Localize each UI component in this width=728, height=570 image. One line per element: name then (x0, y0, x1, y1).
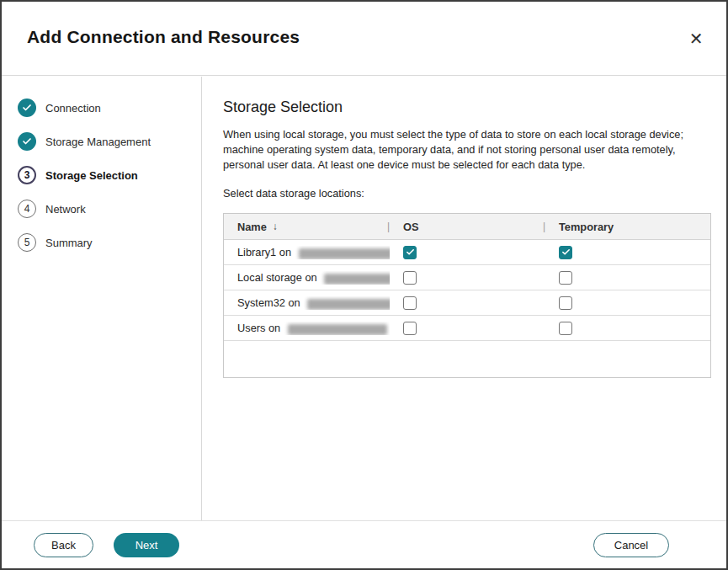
check-icon (18, 99, 36, 117)
sidebar-item-network[interactable]: 4 Network (2, 200, 201, 218)
step-indicator: 3 (18, 166, 36, 184)
storage-name-text: Library1 on (237, 246, 295, 258)
storage-name-text: Local storage on (237, 271, 320, 284)
back-button[interactable]: Back (34, 533, 93, 557)
step-label: Summary (45, 237, 93, 249)
description-text: When using local storage, you must selec… (223, 127, 713, 173)
os-cell (390, 271, 545, 285)
step-label: Network (45, 203, 86, 216)
temporary-checkbox[interactable] (559, 322, 572, 335)
main-content: Storage Selection When using local stora… (203, 77, 726, 520)
table-row: Library1 on . (224, 240, 710, 265)
temporary-checkbox[interactable] (559, 271, 572, 285)
step-label: Storage Management (45, 136, 151, 148)
close-icon[interactable]: ✕ (684, 27, 708, 51)
sidebar-item-storage-selection[interactable]: 3 Storage Selection (2, 166, 201, 184)
sidebar-item-connection[interactable]: Connection (2, 99, 201, 117)
os-checkbox[interactable] (403, 246, 417, 259)
storage-name-text: Users on (237, 322, 284, 334)
os-cell (390, 246, 545, 259)
temporary-checkbox[interactable] (559, 246, 572, 259)
cancel-button[interactable]: Cancel (593, 533, 669, 557)
os-header-label: OS (403, 221, 419, 233)
os-cell (390, 322, 545, 335)
temporary-cell (545, 246, 710, 259)
temporary-checkbox[interactable] (559, 296, 572, 310)
storage-name: Local storage on (224, 271, 390, 284)
storage-table: Name ↓ | OS | Temporary Library1 on . (223, 213, 711, 378)
temporary-cell (545, 271, 710, 285)
next-button[interactable]: Next (114, 533, 179, 557)
redacted-text (307, 299, 390, 310)
storage-name: Users on . (224, 322, 390, 334)
step-indicator: 5 (18, 233, 36, 252)
select-locations-label: Select data storage locations: (223, 187, 708, 200)
wizard-steps: Connection Storage Management 3 Storage … (2, 77, 202, 520)
temporary-cell (545, 322, 710, 335)
temporary-header-label: Temporary (559, 221, 614, 233)
pipe-separator: | (387, 221, 390, 232)
os-checkbox[interactable] (403, 271, 417, 285)
storage-name: Library1 on . (224, 246, 390, 258)
os-checkbox[interactable] (403, 322, 417, 335)
add-connection-resources-dialog: Add Connection and Resources ✕ Connectio… (0, 0, 728, 570)
table-body: Library1 on . Local storage on System32 … (224, 240, 710, 341)
dialog-header: Add Connection and Resources ✕ (2, 2, 726, 76)
redacted-text (299, 248, 390, 259)
storage-name-text: System32 on (237, 296, 303, 309)
step-label: Storage Selection (45, 169, 138, 182)
pipe-separator: | (543, 221, 545, 232)
name-header-label: Name (237, 221, 267, 233)
storage-name: System32 on (224, 296, 390, 309)
sidebar-item-storage-management[interactable]: Storage Management (2, 132, 201, 151)
redacted-text (324, 274, 390, 285)
sidebar-item-summary[interactable]: 5 Summary (2, 233, 201, 252)
dialog-title: Add Connection and Resources (27, 27, 300, 47)
os-checkbox[interactable] (403, 296, 417, 310)
redacted-text (288, 324, 387, 335)
os-cell (390, 296, 545, 310)
column-header-name[interactable]: Name ↓ (224, 221, 390, 233)
step-indicator: 4 (18, 200, 36, 218)
page-title: Storage Selection (223, 99, 708, 116)
column-header-os: | OS (390, 221, 545, 233)
table-row: Users on . (224, 316, 710, 341)
step-label: Connection (45, 102, 101, 115)
table-row: System32 on (224, 290, 710, 316)
table-row: Local storage on (224, 265, 710, 290)
column-header-temporary: | Temporary (545, 221, 710, 233)
sort-descending-icon: ↓ (273, 221, 278, 232)
check-icon (18, 132, 36, 151)
dialog-footer: Back Next Cancel (2, 520, 726, 568)
temporary-cell (545, 296, 710, 310)
table-header: Name ↓ | OS | Temporary (224, 214, 710, 240)
